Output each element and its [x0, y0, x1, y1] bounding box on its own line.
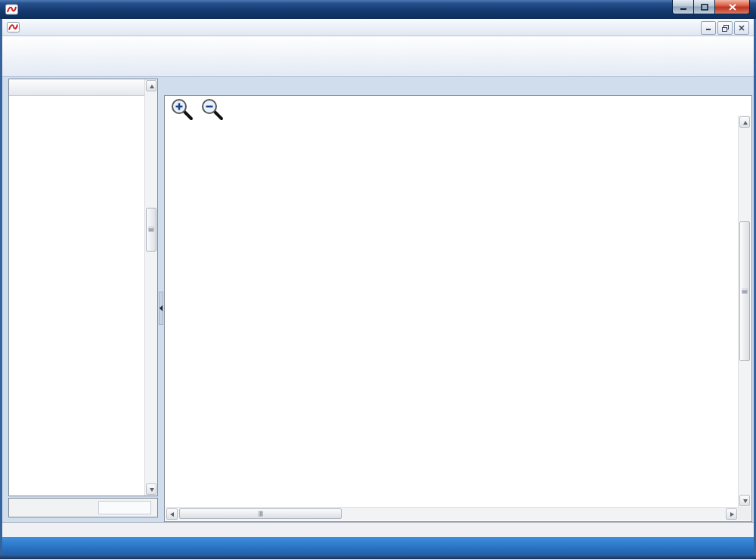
tree-scroll-up-icon[interactable]: [146, 80, 156, 91]
frequency-box: [8, 498, 158, 517]
mdi-restore-icon: [722, 25, 729, 32]
tab-bar: [164, 79, 752, 95]
tree-scroll-down-icon[interactable]: [146, 483, 156, 495]
tree-scrollbar[interactable]: [144, 79, 157, 496]
grid-hscroll-thumb[interactable]: [179, 508, 342, 519]
grid-horizontal-scrollbar[interactable]: [166, 507, 738, 520]
grid-scroll-left-icon[interactable]: [166, 508, 178, 520]
status-bar: [2, 522, 754, 537]
grid-scroll-right-icon[interactable]: [726, 508, 737, 520]
mdi-close-icon: [739, 25, 745, 31]
mdi-minimize-icon: [705, 25, 711, 31]
minimize-icon: [680, 4, 687, 11]
bottom-info-bar: [2, 537, 754, 554]
minimize-button[interactable]: [672, 0, 694, 14]
mdi-restore-button[interactable]: [717, 21, 733, 35]
style-type-tree-panel: [8, 79, 158, 496]
menu-bar: [2, 19, 754, 36]
grid-vertical-scrollbar[interactable]: [738, 116, 751, 507]
splitter-collapse-icon[interactable]: [159, 292, 163, 325]
frequency-value: [98, 501, 151, 514]
grid-scroll-up-icon[interactable]: [739, 116, 750, 128]
app-logo-icon: [5, 4, 18, 15]
maximize-icon: [701, 4, 708, 11]
tree-scroll-thumb[interactable]: [146, 208, 156, 252]
grid-viewport: [166, 120, 738, 507]
close-icon: [729, 4, 736, 11]
grid-scroll-down-icon[interactable]: [739, 495, 750, 506]
mdi-close-button[interactable]: [734, 21, 749, 35]
title-bar: [0, 0, 756, 19]
main-panel: [164, 79, 752, 522]
thumbnail-grid: [164, 95, 752, 522]
window-bottom-border: [0, 554, 756, 559]
zoom-in-icon[interactable]: [171, 98, 194, 121]
tree-header: [9, 79, 144, 96]
panel-splitter[interactable]: [158, 79, 164, 520]
maximize-button[interactable]: [694, 0, 715, 14]
grid-scroll-thumb[interactable]: [739, 221, 750, 361]
scrollbar-corner: [738, 507, 751, 520]
workspace: [2, 77, 754, 522]
toolbar: [2, 36, 754, 77]
zoom-out-icon[interactable]: [201, 98, 224, 121]
app-window: [0, 0, 756, 559]
close-button[interactable]: [715, 0, 750, 14]
menu-app-icon: [7, 21, 20, 33]
mdi-minimize-button[interactable]: [701, 21, 716, 35]
